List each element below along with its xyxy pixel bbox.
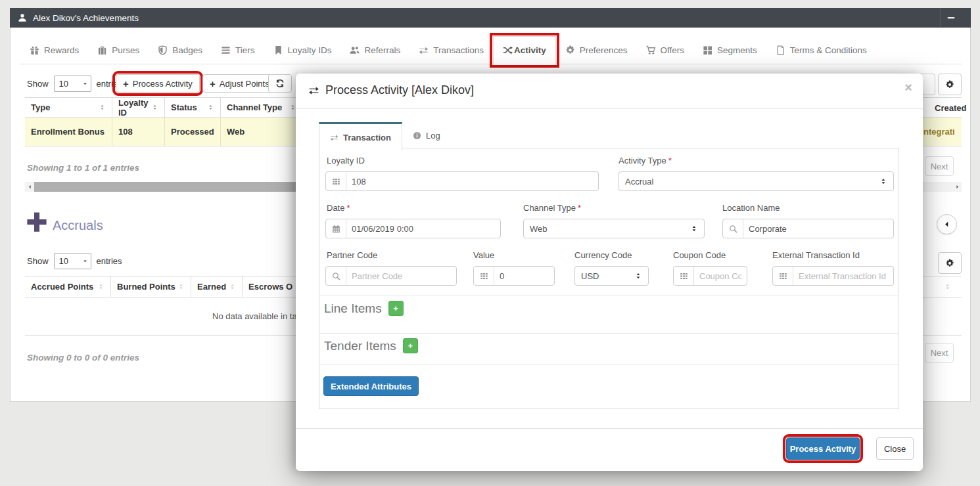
column-header-status[interactable]: Status bbox=[165, 98, 221, 117]
tab-tiers[interactable]: Tiers bbox=[212, 36, 264, 64]
scroll-right-icon[interactable] bbox=[952, 182, 962, 192]
page-size-select[interactable]: 10 bbox=[54, 76, 91, 92]
column-header-loyalty-id[interactable]: Loyalty ID bbox=[112, 98, 165, 117]
accruals-heading: Accruals bbox=[53, 218, 103, 233]
tab-preferences[interactable]: Preferences bbox=[556, 36, 637, 64]
tab-loyalty-ids[interactable]: Loyalty IDs bbox=[264, 36, 341, 64]
accruals-settings-button[interactable] bbox=[938, 252, 962, 274]
required-mark: * bbox=[578, 203, 581, 213]
date-input[interactable] bbox=[346, 219, 500, 238]
add-line-item-button[interactable]: + bbox=[388, 301, 404, 316]
value-field[interactable] bbox=[473, 266, 555, 286]
cell-channel-type: Web bbox=[221, 118, 303, 146]
tab-label: Preferences bbox=[580, 45, 628, 55]
add-tender-item-button[interactable]: + bbox=[403, 338, 418, 353]
extended-attributes-button[interactable]: Extended Attributes bbox=[323, 376, 419, 396]
location-name-input[interactable] bbox=[743, 219, 893, 238]
entries-label: entries bbox=[97, 256, 122, 266]
process-activity-button[interactable]: +Process Activity bbox=[116, 74, 200, 93]
extended-attributes-label: Extended Attributes bbox=[331, 382, 411, 391]
tab-label: Purses bbox=[112, 45, 139, 55]
partner-code-input[interactable] bbox=[346, 267, 456, 285]
tab-segments[interactable]: Segments bbox=[693, 36, 766, 64]
transactions-next-button[interactable]: Next bbox=[925, 156, 954, 176]
sort-icon bbox=[229, 283, 236, 290]
column-label: Accrued Points bbox=[31, 282, 93, 292]
sort-icon bbox=[944, 283, 951, 290]
external-transaction-id-field[interactable] bbox=[772, 266, 894, 286]
show-label: Show bbox=[27, 79, 49, 89]
required-mark: * bbox=[346, 203, 350, 213]
file-icon bbox=[776, 45, 785, 55]
sort-icon bbox=[151, 104, 158, 111]
column-header-channel-type[interactable]: Channel Type bbox=[221, 98, 303, 117]
tab-offers[interactable]: Offers bbox=[637, 36, 694, 64]
required-mark: * bbox=[668, 156, 672, 166]
activity-type-value: Accrual bbox=[625, 177, 653, 187]
coupon-code-input[interactable] bbox=[694, 267, 747, 285]
channel-type-select[interactable]: Web bbox=[523, 219, 705, 238]
currency-code-select[interactable]: USD bbox=[574, 266, 649, 286]
gear-icon bbox=[945, 259, 954, 268]
accruals-page-size-select[interactable]: 10 bbox=[54, 253, 91, 269]
column-header-accrued-points[interactable]: Accrued Points bbox=[25, 276, 111, 297]
tab-transactions[interactable]: Transactions bbox=[409, 36, 493, 64]
column-label: Status bbox=[171, 102, 197, 112]
th-grid-icon bbox=[474, 267, 494, 285]
tab-purses[interactable]: Purses bbox=[88, 36, 149, 64]
accruals-next-button[interactable]: Next bbox=[925, 343, 954, 363]
column-label: Escrows O bbox=[248, 282, 292, 292]
adjust-points-button[interactable]: +Adjust Points bbox=[202, 74, 277, 93]
minimize-icon[interactable] bbox=[946, 13, 956, 22]
tab-rewards[interactable]: Rewards bbox=[20, 36, 88, 64]
plus-icon: + bbox=[210, 79, 216, 89]
column-header-earned[interactable]: Earned bbox=[191, 276, 243, 297]
accruals-empty-text: No data available in table bbox=[212, 311, 308, 321]
column-header-burned-points[interactable]: Burned Points bbox=[111, 276, 191, 297]
tab-label: Tiers bbox=[235, 45, 255, 55]
tab-terms[interactable]: Terms & Conditions bbox=[766, 36, 876, 64]
accruals-plus-icon[interactable] bbox=[25, 210, 49, 234]
modal-process-activity-button[interactable]: Process Activity bbox=[786, 437, 860, 460]
activity-type-label: Activity Type* bbox=[618, 156, 672, 166]
loyalty-id-input[interactable] bbox=[346, 172, 598, 190]
modal-tab-log[interactable]: Log bbox=[402, 122, 451, 148]
location-name-field[interactable] bbox=[722, 219, 894, 238]
main-tabbar: Rewards Purses Badges Tiers Loyalty IDs … bbox=[20, 36, 962, 64]
modal-close-button[interactable]: Close bbox=[876, 437, 914, 460]
grid-icon bbox=[703, 45, 712, 55]
sort-icon bbox=[207, 104, 214, 111]
external-transaction-id-label: External Transaction Id bbox=[772, 250, 860, 260]
scroll-left-icon[interactable] bbox=[25, 182, 34, 192]
table-settings-button[interactable] bbox=[938, 74, 962, 95]
updown-icon bbox=[690, 225, 698, 232]
close-icon[interactable]: × bbox=[904, 80, 912, 95]
tab-activity[interactable]: Activity bbox=[493, 36, 556, 64]
tab-label: Segments bbox=[717, 45, 757, 55]
refresh-button[interactable] bbox=[268, 74, 292, 93]
line-items-heading: Line Items bbox=[324, 301, 382, 316]
tab-badges[interactable]: Badges bbox=[149, 36, 212, 64]
column-header-type[interactable]: Type bbox=[25, 98, 112, 117]
window-title: Alex Dikov's Achievements bbox=[33, 13, 139, 23]
modal-tab-transaction[interactable]: Transaction bbox=[319, 122, 402, 150]
chevron-down-icon bbox=[82, 81, 88, 87]
date-field[interactable] bbox=[325, 219, 501, 238]
currency-code-label: Currency Code bbox=[574, 250, 632, 260]
external-transaction-id-input[interactable] bbox=[793, 267, 893, 285]
coupon-code-field[interactable] bbox=[673, 266, 747, 286]
screen: Alex Dikov's Achievements Rewards Purses… bbox=[0, 0, 980, 486]
partner-code-field[interactable] bbox=[325, 266, 457, 286]
loyalty-id-field[interactable] bbox=[325, 171, 599, 191]
column-label: Created bbox=[935, 103, 966, 113]
search-icon bbox=[326, 267, 346, 285]
activity-type-select[interactable]: Accrual bbox=[618, 171, 894, 191]
bookmark-icon bbox=[273, 45, 283, 55]
column-label: Loyalty ID bbox=[118, 98, 151, 118]
column-header-created-fragment[interactable]: Created bbox=[935, 103, 966, 113]
value-input[interactable] bbox=[494, 267, 554, 285]
th-grid-icon bbox=[674, 267, 694, 285]
section-divider bbox=[319, 296, 899, 296]
tab-referrals[interactable]: Referrals bbox=[340, 36, 409, 64]
collapse-back-button[interactable] bbox=[937, 214, 957, 234]
